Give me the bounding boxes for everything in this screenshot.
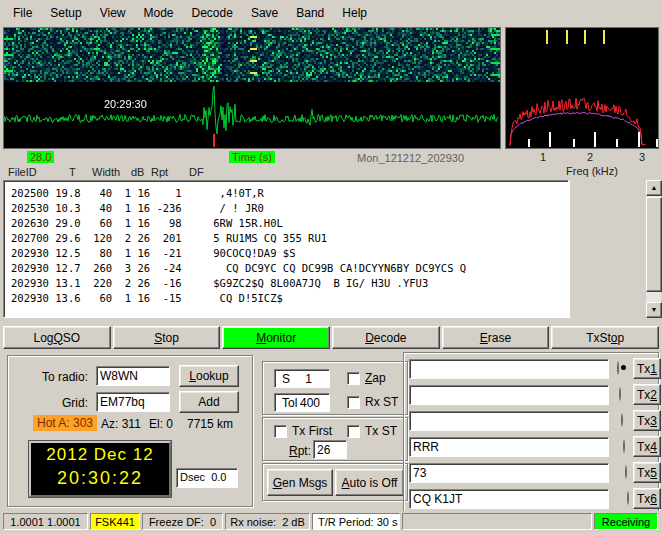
waterfall-panel[interactable]: 20:29:30: [3, 27, 501, 149]
status-freeze-df: Freeze DF: 0: [142, 513, 223, 530]
status-filler: [402, 513, 592, 530]
decode-line[interactable]: 202530 10.3 40 1 16 -236 / ! JR0: [11, 201, 568, 216]
menu-view[interactable]: View: [91, 2, 135, 24]
tx5-message-input[interactable]: [409, 463, 609, 483]
clock-date: 2012 Dec 12: [31, 443, 169, 467]
col-t: T: [69, 166, 76, 178]
tx-messages-panel: Tx1 Tx2 Tx3 Tx4 Tx5 Tx6: [403, 352, 659, 512]
col-rpt: Rpt: [151, 166, 168, 178]
zap-checkbox[interactable]: Zap: [347, 371, 386, 385]
rpt-input[interactable]: [313, 440, 347, 459]
distance-value: 7715 km: [187, 417, 233, 431]
tx6-button[interactable]: Tx6: [633, 488, 661, 509]
tx3-button[interactable]: Tx3: [633, 410, 661, 431]
rx-st-checkbox-box[interactable]: [347, 396, 360, 409]
decode-line[interactable]: 202930 12.7 260 3 26 -24 CQ DC9YC CQ DC9…: [11, 261, 568, 276]
tx2-message-input[interactable]: [409, 385, 609, 405]
gen-msgs-button[interactable]: Gen Msgs: [267, 469, 333, 496]
status-bar: 1.0001 1.0001 FSK441 Freeze DF: 0 Rx noi…: [0, 511, 662, 533]
txstop-button[interactable]: TxStop: [551, 326, 659, 349]
zap-checkbox-box[interactable]: [347, 372, 360, 385]
waterfall-timestamp: 20:29:30: [104, 98, 147, 110]
menu-help[interactable]: Help: [333, 2, 376, 24]
decode-line[interactable]: 202700 29.6 120 2 26 201 5 RU1MS CQ 355 …: [11, 231, 568, 246]
rx-st-checkbox[interactable]: Rx ST: [347, 395, 398, 409]
tx-st-label: Tx ST: [365, 424, 397, 438]
decode-line[interactable]: 202930 12.5 80 1 16 -21 90COCQ!DA9 $S: [11, 246, 568, 261]
tx4-button[interactable]: Tx4: [633, 436, 661, 457]
tx-st-checkbox[interactable]: Tx ST: [347, 424, 397, 438]
status-mode: FSK441: [90, 513, 140, 530]
log-qso-button[interactable]: Log QSO: [3, 326, 111, 349]
decoded-text-box[interactable]: 202500 19.8 40 1 16 1 ,4!0T,R 202530 10.…: [3, 180, 569, 318]
tx-first-checkbox[interactable]: Tx First: [274, 424, 332, 438]
decode-scrollbar[interactable]: ▲ ▼: [645, 180, 661, 318]
auto-button[interactable]: Auto is Off: [335, 469, 404, 496]
tx3-message-input[interactable]: [409, 411, 609, 431]
tx1-button[interactable]: Tx1: [633, 358, 661, 379]
status-tr-period: T/R Period: 30 s: [312, 513, 400, 530]
decode-line[interactable]: 202630 29.0 60 1 16 98 6RW 15R.H0L: [11, 216, 568, 231]
grid-input[interactable]: [96, 392, 170, 412]
clock-time: 20:30:22: [31, 467, 169, 489]
time-axis-label: Time (s): [229, 151, 275, 163]
tx6-message-input[interactable]: [409, 489, 609, 509]
tx2-button[interactable]: Tx2: [633, 384, 661, 405]
tx3-radio[interactable]: [621, 413, 623, 427]
tx4-radio[interactable]: [623, 439, 625, 453]
spectrum-canvas: [506, 28, 658, 148]
menu-file[interactable]: File: [4, 2, 41, 24]
tx5-radio[interactable]: [625, 465, 627, 479]
menu-decode[interactable]: Decode: [183, 2, 242, 24]
monitor-button[interactable]: Monitor: [222, 326, 330, 349]
menu-save[interactable]: Save: [242, 2, 287, 24]
tx2-radio[interactable]: [619, 387, 621, 401]
elevation-value: El: 0: [149, 417, 173, 431]
decode-area: 202500 19.8 40 1 16 1 ,4!0T,R 202530 10.…: [3, 180, 661, 318]
tx-first-checkbox-box[interactable]: [274, 425, 287, 438]
decode-side-panel: [569, 180, 645, 318]
rx-params-panel: S 1 Zap Tol 400 Rx ST: [262, 361, 408, 415]
tx4-message-input[interactable]: [409, 437, 609, 457]
sync-spinner[interactable]: S 1: [274, 369, 330, 388]
tol-value: 400: [300, 396, 320, 410]
scroll-down-icon[interactable]: ▼: [646, 302, 662, 318]
waterfall-canvas[interactable]: [4, 28, 500, 148]
menu-setup[interactable]: Setup: [41, 2, 90, 24]
col-db: dB: [131, 166, 144, 178]
decode-line[interactable]: 202500 19.8 40 1 16 1 ,4!0T,R: [11, 186, 568, 201]
azimuth-value: Az: 311: [101, 417, 141, 431]
col-df: DF: [189, 166, 204, 178]
add-button[interactable]: Add: [179, 391, 239, 413]
hot-a-indicator: Hot A: 303: [33, 415, 97, 431]
menu-mode[interactable]: Mode: [135, 2, 183, 24]
dsec-box[interactable]: Dsec 0.0: [176, 468, 238, 488]
freq-tick-1: 1: [540, 151, 546, 163]
scroll-up-icon[interactable]: ▲: [646, 180, 662, 196]
col-fileid: FileID: [8, 166, 37, 178]
tx5-button[interactable]: Tx5: [633, 462, 661, 483]
tol-spinner[interactable]: Tol 400: [274, 393, 330, 412]
menu-band[interactable]: Band: [287, 2, 333, 24]
decode-line[interactable]: 202930 13.6 60 1 16 -15 CQ D!5ICZ$: [11, 291, 568, 306]
col-width: Width: [92, 166, 120, 178]
stop-button[interactable]: Stop: [113, 326, 221, 349]
tx1-message-input[interactable]: [409, 359, 609, 379]
decode-button[interactable]: Decode: [332, 326, 440, 349]
wsjt-main-window: File Setup View Mode Decode Save Band He…: [0, 0, 662, 533]
rx-st-label: Rx ST: [365, 395, 398, 409]
status-receiving: Receiving: [594, 513, 658, 530]
grid-label: Grid:: [18, 396, 88, 410]
freq-tick-3: 3: [639, 151, 645, 163]
spectrum-panel: [505, 27, 659, 149]
menu-bar: File Setup View Mode Decode Save Band He…: [0, 0, 662, 26]
tx-params-panel: Tx First Tx ST Rpt:: [262, 417, 408, 461]
tx-st-checkbox-box[interactable]: [347, 425, 360, 438]
to-radio-input[interactable]: [96, 366, 170, 386]
erase-button[interactable]: Erase: [442, 326, 550, 349]
tx6-radio[interactable]: [627, 491, 629, 505]
lookup-button[interactable]: Lookup: [179, 365, 239, 387]
scrollbar-thumb[interactable]: [646, 197, 662, 292]
decode-line[interactable]: 202930 13.1 220 2 26 -16 $G9ZC2$Q 8L00A7…: [11, 276, 568, 291]
tx1-radio[interactable]: [617, 361, 619, 375]
